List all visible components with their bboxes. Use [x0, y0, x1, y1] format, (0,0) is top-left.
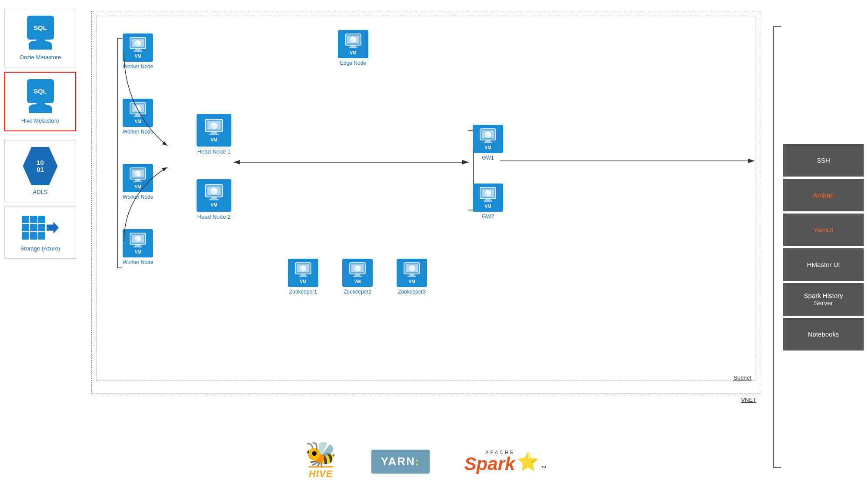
- vm-label-3: VM: [135, 184, 141, 189]
- svg-rect-87: [409, 274, 414, 276]
- diagram-wrapper: VM Worker Node: [87, 7, 765, 437]
- gw1-node: VM GW1: [473, 125, 503, 161]
- ambari-button[interactable]: Ambari: [783, 179, 864, 211]
- hive-icon: SQL: [24, 79, 57, 114]
- zoo3-label: Zookeeper3: [398, 289, 426, 295]
- worker-vm-icon-3: VM: [123, 164, 153, 192]
- zoo1-icon: VM: [288, 259, 318, 287]
- svg-rect-17: [135, 114, 140, 116]
- hive-metastore-box: SQL Hive Metastore: [4, 72, 76, 131]
- spark-history-button[interactable]: Spark HistoryServer: [783, 283, 864, 316]
- yarn-logo: YARN:: [371, 450, 430, 474]
- oozie-icon: SQL: [24, 16, 57, 50]
- vnet-label: VNET: [741, 397, 756, 403]
- svg-rect-39: [209, 134, 219, 135]
- svg-rect-45: [211, 197, 217, 199]
- worker-bracket: [117, 38, 122, 268]
- subnet-box: VM Worker Node: [96, 16, 755, 381]
- worker-vm-icon-1: VM: [123, 33, 153, 62]
- zoo3-icon: VM: [397, 259, 427, 287]
- spark-logo: APACHE Spark ⭐ ™: [464, 450, 547, 473]
- spark-tm: ™: [541, 465, 546, 473]
- zoo2-vm-label: VM: [354, 279, 361, 284]
- head-node-1-icon: VM: [197, 114, 231, 147]
- zoo1-label: Zookeeper1: [289, 289, 317, 295]
- head-node-2: VM Head Node 2: [197, 179, 231, 220]
- adls-box: 1001 ADLS: [4, 140, 76, 202]
- spark-star-icon: ⭐: [517, 451, 539, 472]
- edge-vm-label: VM: [350, 50, 357, 55]
- spark-text: Spark: [464, 455, 515, 473]
- svg-rect-88: [407, 276, 416, 277]
- worker-vm-icon-4: VM: [123, 229, 153, 257]
- hmaster-button[interactable]: HMaster UI: [783, 248, 864, 281]
- worker-label-1: Worker Node: [123, 63, 153, 70]
- right-panel-outer: SSH Ambari YarnUI HMaster UI Spark Histo…: [771, 0, 868, 494]
- worker-node-4: VM Worker Node: [123, 229, 153, 265]
- svg-rect-11: [134, 50, 142, 52]
- gw2-label: GW2: [482, 214, 494, 220]
- zookeeper-2: VM Zookeeper2: [342, 259, 373, 295]
- head-node-1: VM Head Node 1: [197, 114, 231, 155]
- head-label-2: Head Node 2: [197, 214, 231, 220]
- svg-rect-81: [353, 276, 362, 277]
- zoo3-vm-label: VM: [409, 279, 415, 284]
- storage-label: Storage (Azure): [20, 245, 60, 252]
- worker-node-2: VM Worker Node: [123, 99, 153, 135]
- gw1-vm-label: VM: [485, 145, 491, 150]
- yarnui-button[interactable]: YarnUI: [783, 214, 864, 246]
- left-panel: SQL Oozie Metastore SQL: [0, 0, 80, 494]
- gw2-icon: VM: [473, 184, 503, 212]
- head-label-1: Head Node 1: [197, 148, 231, 155]
- svg-rect-7: [29, 109, 52, 113]
- svg-rect-60: [484, 142, 492, 143]
- zoo1-vm-label: VM: [300, 279, 307, 284]
- ssh-button[interactable]: SSH: [783, 144, 864, 177]
- head-vm-label-2: VM: [211, 203, 217, 207]
- svg-rect-38: [211, 132, 217, 134]
- svg-rect-59: [485, 140, 491, 142]
- svg-rect-31: [135, 244, 140, 246]
- main-container: SQL Oozie Metastore SQL: [0, 0, 868, 494]
- gw2-vm-label: VM: [485, 204, 491, 209]
- worker-label-2: Worker Node: [123, 129, 153, 135]
- gw1-icon: VM: [473, 125, 503, 153]
- gw2-node: VM GW2: [473, 184, 503, 220]
- svg-rect-52: [351, 45, 356, 47]
- worker-label-4: Worker Node: [123, 259, 153, 265]
- svg-rect-18: [134, 116, 142, 117]
- edge-node-icon: VM: [338, 30, 368, 58]
- yarn-text: YARN:: [381, 455, 420, 468]
- zoo2-icon: VM: [342, 259, 373, 287]
- worker-node-3: VM Worker Node: [123, 164, 153, 200]
- notebooks-button[interactable]: Notebooks: [783, 318, 864, 350]
- worker-label-3: Worker Node: [123, 194, 153, 200]
- arrows-svg: [97, 16, 755, 380]
- storage-icon: [22, 214, 59, 242]
- adls-icon: 1001: [23, 147, 58, 185]
- bee-icon: 🐝: [305, 443, 337, 466]
- vnet-box: VM Worker Node: [91, 11, 760, 394]
- svg-rect-32: [134, 246, 142, 247]
- hive-label: Hive Metastore: [21, 117, 59, 124]
- vm-label-2: VM: [135, 119, 141, 124]
- storage-box: Storage (Azure): [4, 207, 76, 259]
- vm-label-4: VM: [135, 250, 141, 254]
- svg-rect-25: [134, 181, 142, 182]
- hive-text: HIVE: [309, 466, 333, 480]
- head-node-2-icon: VM: [197, 179, 231, 212]
- svg-rect-73: [300, 274, 306, 276]
- zoo2-label: Zookeeper2: [344, 289, 371, 295]
- hive-logo: 🐝 HIVE: [305, 443, 337, 479]
- vm-label-1: VM: [135, 54, 141, 59]
- svg-rect-66: [485, 199, 491, 200]
- svg-rect-46: [209, 199, 219, 200]
- edge-node: VM Edge Node: [338, 30, 368, 66]
- bottom-logos: 🐝 HIVE YARN: APACHE Spark ⭐ ™: [87, 440, 765, 487]
- zookeeper-3: VM Zookeeper3: [397, 259, 427, 295]
- svg-rect-3: [29, 45, 52, 50]
- svg-rect-67: [484, 200, 492, 202]
- svg-rect-24: [135, 179, 140, 181]
- oozie-metastore-box: SQL Oozie Metastore: [4, 9, 76, 67]
- svg-rect-10: [135, 49, 140, 50]
